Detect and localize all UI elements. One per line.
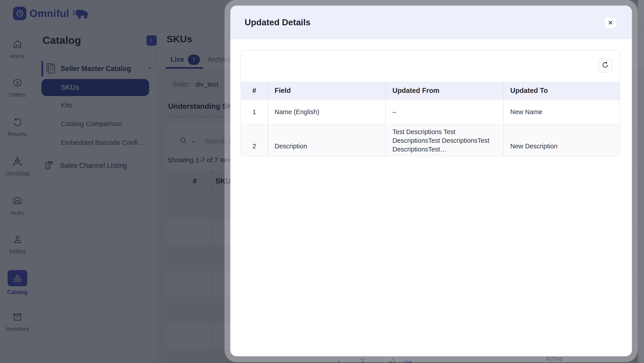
refresh-icon — [602, 61, 609, 70]
refresh-button[interactable] — [598, 58, 612, 73]
modal-col-index: # — [241, 82, 268, 100]
modal-col-field: Field — [268, 82, 385, 100]
modal-col-updated-to: Updated To — [503, 82, 620, 100]
modal-table: # Field Updated From Updated To 1 Name (… — [241, 82, 620, 156]
updated-from-value: – — [385, 100, 503, 124]
modal-table-header-row: # Field Updated From Updated To — [241, 82, 620, 100]
close-icon[interactable]: × — [605, 17, 616, 28]
modal-table-card: # Field Updated From Updated To 1 Name (… — [240, 50, 620, 156]
updated-details-modal: Updated Details × # Field Updated From U… — [230, 6, 632, 356]
modal-title: Updated Details — [245, 18, 310, 27]
modal-table-row: 2 Description Test Descriptions Test Des… — [241, 124, 620, 156]
field-name: Description — [268, 124, 385, 156]
field-name: Name (English) — [268, 100, 385, 124]
modal-col-updated-from: Updated From — [385, 82, 503, 100]
app-screen: Omniful Home $ Orders Returns OmniShip — [0, 0, 644, 363]
updated-to-value: New Description — [503, 124, 620, 156]
modal-header: Updated Details — [230, 6, 632, 39]
updated-from-value: Test Descriptions Test DescriptionsTest … — [385, 124, 503, 156]
updated-to-value: New Name — [503, 100, 620, 124]
page-scrollbar[interactable] — [638, 0, 644, 363]
modal-table-row: 1 Name (English) – New Name — [241, 100, 620, 124]
